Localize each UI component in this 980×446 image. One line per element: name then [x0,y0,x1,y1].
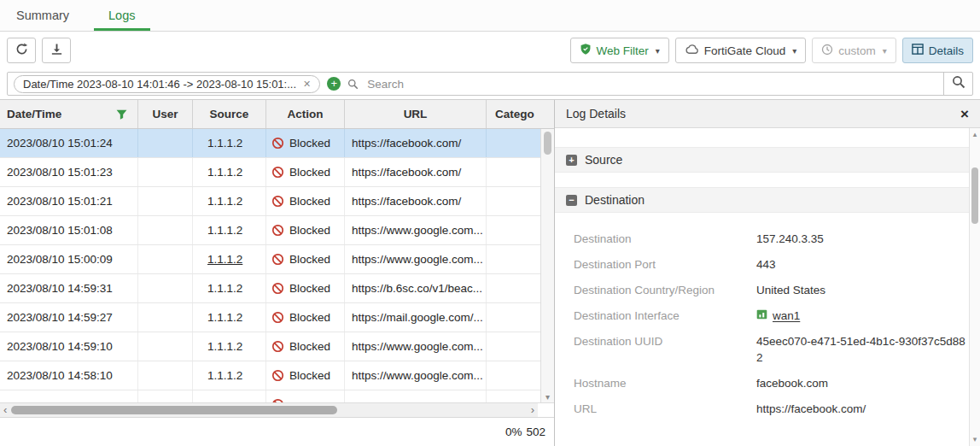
cell-source[interactable]: 1.1.1.2 [193,245,266,273]
column-header-category[interactable]: Catego [487,100,554,128]
details-toggle-button[interactable]: Details [902,38,973,63]
cell-action: Blocked [266,216,345,244]
search-input[interactable] [365,77,937,91]
column-header-source[interactable]: Source [193,100,266,128]
table-horizontal-scrollbar[interactable]: ‹ › [0,403,538,417]
log-type-dropdown[interactable]: Web Filter ▾ [570,38,669,63]
table-row[interactable]: 2023/08/10 15:00:09 1.1.1.2 Blocked http… [0,245,540,274]
cell-source[interactable]: 1.1.1.2 [193,361,266,390]
filter-chip-label: Date/Time 2023-08-10 14:01:46 -> 2023-08… [23,78,296,91]
column-label: URL [404,108,428,120]
download-button[interactable] [42,38,71,63]
cell-datetime: 2023/08/10 15:01:08 [0,216,138,244]
field-value: 443 [756,256,969,273]
collapse-icon[interactable]: − [566,195,577,206]
refresh-icon [15,43,28,58]
column-header-action[interactable]: Action [266,100,345,128]
search-button[interactable] [943,73,972,95]
column-label: Action [288,108,324,120]
tab-logs[interactable]: Logs [94,0,149,31]
cell-action: Blocked [266,158,345,186]
scroll-down-icon[interactable]: ▾ [970,436,980,443]
cell-category [487,129,540,157]
field-label: Destination [574,231,756,247]
refresh-button[interactable] [7,38,36,63]
table-row-partial[interactable] [0,390,540,402]
cell-datetime: 2023/08/10 15:00:09 [0,245,138,273]
field-value: https://facebook.com/ [756,401,969,417]
field-row: Destination Port 443 [555,252,969,278]
cell-source[interactable]: 1.1.1.2 [193,332,266,361]
scroll-right-icon[interactable]: › [531,404,534,416]
table-row[interactable]: 2023/08/10 15:01:08 1.1.1.2 Blocked http… [0,216,540,245]
horizontal-scrollbar-thumb[interactable] [11,406,337,414]
close-icon[interactable]: × [960,107,969,121]
tab-summary[interactable]: Summary [2,0,84,31]
scroll-up-icon[interactable]: ▴ [970,131,980,138]
field-value-interface[interactable]: wan1 [756,308,969,324]
add-filter-icon[interactable]: + [327,77,341,91]
field-label: Destination Country/Region [574,282,756,298]
remove-filter-icon[interactable]: ✕ [303,79,311,90]
search-icon [347,79,359,90]
cell-action: Blocked [266,332,345,361]
table-row[interactable]: 2023/08/10 14:59:10 1.1.1.2 Blocked http… [0,332,540,361]
cell-category [487,274,540,302]
chevron-down-icon: ▾ [883,46,887,56]
table-row[interactable]: 2023/08/10 14:59:31 1.1.1.2 Blocked http… [0,274,540,303]
cell-source [193,390,266,402]
blocked-icon [271,253,284,266]
cell-source[interactable]: 1.1.1.2 [193,129,266,157]
section-destination[interactable]: − Destination [555,187,969,213]
filter-funnel-icon[interactable] [116,109,127,120]
column-label: Source [210,108,249,120]
field-row: Destination Country/Region United States [555,278,969,303]
scroll-down-icon[interactable]: ▾ [541,393,554,402]
blocked-icon [271,195,284,208]
cell-user [138,245,193,273]
cell-user [138,158,193,186]
column-header-datetime[interactable]: Date/Time [0,100,138,128]
blocked-icon [271,340,284,353]
cell-user [138,332,193,361]
table-row[interactable]: 2023/08/10 15:01:24 1.1.1.2 Blocked http… [0,129,540,158]
cell-category [487,303,540,332]
table-row[interactable]: 2023/08/10 14:58:10 1.1.1.2 Blocked http… [0,361,540,390]
section-source[interactable]: + Source [555,147,969,173]
cell-source[interactable]: 1.1.1.2 [193,187,266,215]
cell-source[interactable]: 1.1.1.2 [193,274,266,302]
panel-title: Log Details [566,107,626,120]
table-row[interactable]: 2023/08/10 14:59:27 1.1.1.2 Blocked http… [0,303,540,332]
cell-source[interactable]: 1.1.1.2 [193,158,266,186]
cell-category [487,332,540,361]
table-columns-icon [912,44,924,57]
cell-datetime: 2023/08/10 14:59:10 [0,332,138,361]
details-vertical-scrollbar[interactable]: ▴ ▾ [969,128,980,446]
filter-chip[interactable]: Date/Time 2023-08-10 14:01:46 -> 2023-08… [14,75,320,93]
table-row[interactable]: 2023/08/10 15:01:23 1.1.1.2 Blocked http… [0,158,540,187]
cell-source[interactable]: 1.1.1.2 [193,303,266,332]
cell-source[interactable]: 1.1.1.2 [193,216,266,244]
shield-icon [580,43,592,58]
table-row[interactable]: 2023/08/10 15:01:21 1.1.1.2 Blocked http… [0,187,540,216]
field-row: Destination 157.240.3.35 [555,226,969,252]
field-row: Destination Interface wan1 [555,303,969,329]
horizontal-scroll-strip: ‹ › [0,402,554,417]
cell-action: Blocked [266,129,345,157]
details-scrollbar-thumb[interactable] [971,167,978,224]
table-vertical-scrollbar[interactable]: ▾ [540,129,554,402]
time-range-dropdown[interactable]: custom ▾ [812,38,896,63]
vertical-scrollbar-thumb[interactable] [544,132,551,155]
field-label: Destination Port [574,256,756,273]
column-header-user[interactable]: User [138,100,193,128]
expand-icon[interactable]: + [566,155,577,166]
search-filter-area: Date/Time 2023-08-10 14:01:46 -> 2023-08… [8,75,943,93]
log-source-dropdown[interactable]: FortiGate Cloud ▾ [675,38,806,63]
toolbar-left [7,38,71,63]
cell-url: https://www.google.com... [345,332,487,361]
cell-user [138,129,193,157]
blocked-icon [271,369,284,382]
scroll-left-icon[interactable]: ‹ [3,404,7,416]
log-details-body: + Source − Destination Destination 157.2… [555,128,969,446]
column-header-url[interactable]: URL [345,100,487,128]
